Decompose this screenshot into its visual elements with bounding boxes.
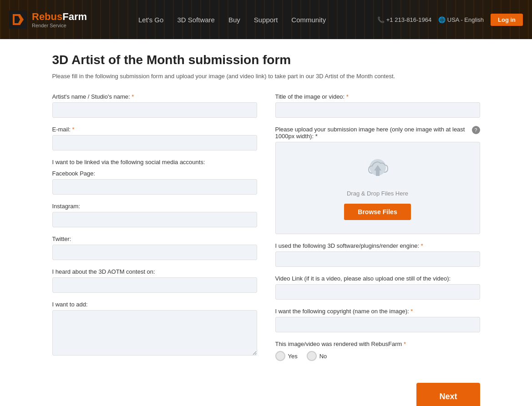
top-bar-info: 📞 +1 213-816-1964 🌐 USA - English Log in bbox=[377, 14, 523, 26]
rendered-radio-group: Yes No bbox=[275, 351, 480, 361]
heard-about-input[interactable] bbox=[52, 277, 257, 293]
upload-label-row: Please upload your submission image here… bbox=[275, 126, 480, 140]
upload-label: Please upload your submission image here… bbox=[275, 126, 472, 140]
heard-about-label: I heard about the 3D AOTM contest on: bbox=[52, 268, 257, 275]
video-link-group: Video Link (if it is a video, please als… bbox=[275, 275, 480, 300]
social-section: I want to be linked via the following so… bbox=[52, 159, 257, 260]
rendered-label: This image/video was rendered with Rebus… bbox=[275, 341, 480, 347]
upload-cloud-icon bbox=[364, 156, 391, 183]
rendered-no-radio[interactable]: No bbox=[307, 351, 327, 361]
upload-dropzone[interactable]: Drag & Drop Files Here Browse Files bbox=[275, 142, 480, 234]
copyright-group: I want the following copyright (name on … bbox=[275, 308, 480, 332]
next-button[interactable]: Next bbox=[416, 383, 480, 406]
right-column: Title of the image or video: * Please up… bbox=[275, 93, 480, 369]
logo-subtitle: Render Service bbox=[32, 23, 87, 28]
rendered-yes-radio[interactable]: Yes bbox=[275, 351, 298, 361]
facebook-label: Facebook Page: bbox=[52, 170, 257, 177]
main-content: 3D Artist of the Month submission form P… bbox=[39, 53, 494, 406]
rendered-group: This image/video was rendered with Rebus… bbox=[275, 341, 480, 361]
form-actions: Next bbox=[52, 383, 480, 406]
instagram-input[interactable] bbox=[52, 212, 257, 227]
twitter-label: Twitter: bbox=[52, 236, 257, 242]
software-input[interactable] bbox=[275, 251, 480, 267]
want-to-add-textarea[interactable] bbox=[52, 310, 257, 356]
logo-text: RebusFarm bbox=[32, 11, 87, 22]
social-section-label: I want to be linked via the following so… bbox=[52, 159, 257, 165]
upload-help-icon[interactable]: ? bbox=[472, 126, 480, 134]
yes-radio-circle bbox=[275, 351, 285, 361]
no-radio-circle bbox=[307, 351, 317, 361]
submission-form: Artist's name / Studio's name: * E-mail:… bbox=[52, 93, 480, 369]
browse-files-button[interactable]: Browse Files bbox=[344, 204, 410, 220]
copyright-input[interactable] bbox=[275, 317, 480, 332]
logo[interactable]: RebusFarm Render Service bbox=[9, 10, 87, 29]
want-to-add-label: I want to add: bbox=[52, 301, 257, 308]
phone-icon: 📞 +1 213-816-1964 bbox=[377, 16, 431, 23]
video-link-label: Video Link (if it is a video, please als… bbox=[275, 275, 480, 282]
title-image-input[interactable] bbox=[275, 102, 480, 118]
left-column: Artist's name / Studio's name: * E-mail:… bbox=[52, 93, 257, 369]
region-selector[interactable]: 🌐 USA - English bbox=[438, 16, 484, 23]
nav-buy[interactable]: Buy bbox=[228, 16, 240, 24]
instagram-group: Instagram: bbox=[52, 203, 257, 227]
facebook-input[interactable] bbox=[52, 179, 257, 195]
logo-icon bbox=[9, 10, 27, 29]
software-label: I used the following 3D software/plugins… bbox=[275, 242, 480, 249]
login-button[interactable]: Log in bbox=[491, 14, 523, 26]
instagram-label: Instagram: bbox=[52, 203, 257, 210]
nav-community[interactable]: Community bbox=[291, 16, 326, 24]
nav-menu: Let's Go 3D Software Buy Support Communi… bbox=[138, 16, 326, 24]
title-image-group: Title of the image or video: * bbox=[275, 93, 480, 118]
page-subtitle: Please fill in the following submission … bbox=[52, 73, 480, 80]
video-link-input[interactable] bbox=[275, 284, 480, 300]
drag-drop-text: Drag & Drop Files Here bbox=[347, 190, 408, 197]
nav-3d-software[interactable]: 3D Software bbox=[177, 16, 215, 24]
heard-about-group: I heard about the 3D AOTM contest on: bbox=[52, 268, 257, 293]
twitter-group: Twitter: bbox=[52, 236, 257, 260]
artist-name-label: Artist's name / Studio's name: * bbox=[52, 93, 257, 100]
artist-name-input[interactable] bbox=[52, 102, 257, 118]
page-title: 3D Artist of the Month submission form bbox=[52, 53, 480, 67]
nav-support[interactable]: Support bbox=[254, 16, 278, 24]
email-input[interactable] bbox=[52, 135, 257, 150]
no-radio-label: No bbox=[319, 353, 327, 360]
twitter-input[interactable] bbox=[52, 245, 257, 260]
yes-radio-label: Yes bbox=[288, 353, 298, 360]
artist-name-group: Artist's name / Studio's name: * bbox=[52, 93, 257, 118]
title-image-label: Title of the image or video: * bbox=[275, 93, 480, 100]
upload-group: Please upload your submission image here… bbox=[275, 126, 480, 234]
nav-lets-go[interactable]: Let's Go bbox=[138, 16, 163, 24]
email-group: E-mail: * bbox=[52, 126, 257, 150]
copyright-label: I want the following copyright (name on … bbox=[275, 308, 480, 315]
software-group: I used the following 3D software/plugins… bbox=[275, 242, 480, 267]
want-to-add-group: I want to add: bbox=[52, 301, 257, 357]
facebook-group: Facebook Page: bbox=[52, 170, 257, 195]
email-label: E-mail: * bbox=[52, 126, 257, 133]
